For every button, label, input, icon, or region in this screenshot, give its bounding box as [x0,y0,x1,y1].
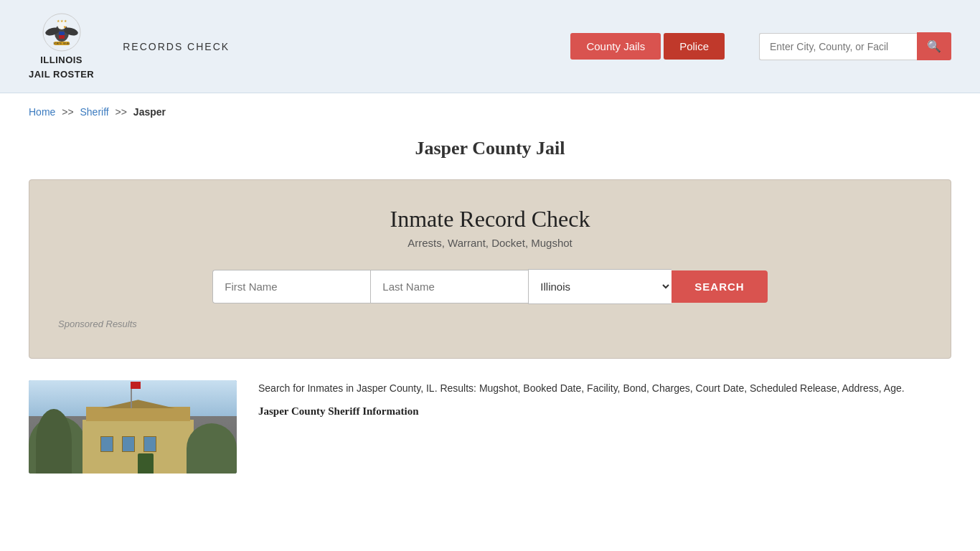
breadcrumb: Home >> Sheriff >> Jasper [0,93,980,123]
main-nav: County Jails Police [570,33,725,60]
breadcrumb-sep-2: >> [116,106,127,118]
record-check-section: Inmate Record Check Arrests, Warrant, Do… [29,179,951,359]
records-check-label: RECORDS CHECK [123,41,230,52]
breadcrumb-home[interactable]: Home [29,106,55,118]
logo-text-2: JAIL ROSTER [29,69,94,80]
bottom-description-area: Search for Inmates in Jasper County, IL.… [258,380,951,474]
illinois-seal-icon: ★ ★ ★ STATE SEAL [42,13,81,52]
site-header: ★ ★ ★ STATE SEAL ILLINOIS JAIL ROSTER RE… [0,0,980,93]
header-search-area: 🔍 [759,32,951,60]
last-name-input[interactable] [370,270,528,303]
police-button[interactable]: Police [664,33,725,60]
site-logo[interactable]: ★ ★ ★ STATE SEAL ILLINOIS JAIL ROSTER [29,13,94,80]
record-check-form: Illinois Alabama Alaska Arizona Arkansas… [58,269,922,304]
svg-text:STATE SEAL: STATE SEAL [53,42,70,45]
building-image [29,380,237,474]
sheriff-info-heading: Jasper County Sheriff Information [258,402,951,420]
state-select[interactable]: Illinois Alabama Alaska Arizona Arkansas… [528,269,672,304]
record-check-search-button[interactable]: SEARCH [672,270,767,303]
header-search-button[interactable]: 🔍 [917,32,951,60]
bottom-section: Search for Inmates in Jasper County, IL.… [29,380,951,495]
logo-text: ILLINOIS [40,55,83,66]
breadcrumb-sep-1: >> [62,106,73,118]
breadcrumb-sheriff[interactable]: Sheriff [80,106,109,118]
page-title: Jasper County Jail [29,138,951,159]
sponsored-label: Sponsored Results [58,319,922,329]
search-icon: 🔍 [927,40,941,52]
county-jails-button[interactable]: County Jails [570,33,661,60]
svg-rect-7 [59,32,65,35]
header-search-input[interactable] [759,33,917,60]
breadcrumb-current: Jasper [133,106,166,118]
record-check-title: Inmate Record Check [58,206,922,232]
record-check-subtitle: Arrests, Warrant, Docket, Mugshot [58,237,922,249]
first-name-input[interactable] [212,270,370,303]
svg-text:★ ★ ★: ★ ★ ★ [56,19,67,23]
bottom-description: Search for Inmates in Jasper County, IL.… [258,380,951,396]
